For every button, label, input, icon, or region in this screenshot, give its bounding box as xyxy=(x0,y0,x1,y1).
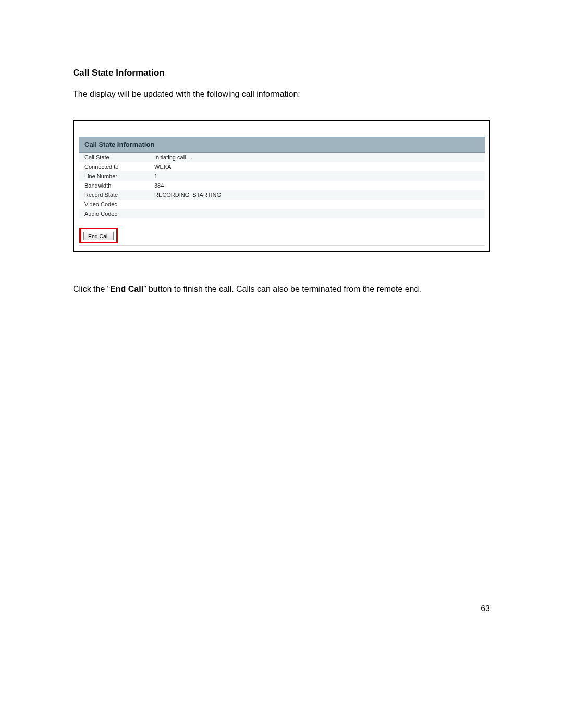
button-row: End Call xyxy=(79,228,485,246)
section-heading: Call State Information xyxy=(73,68,490,78)
row-value: RECORDING_STARTING xyxy=(149,190,485,200)
row-label: Bandwidth xyxy=(79,181,149,190)
screenshot-frame: Call State Information Call State Initia… xyxy=(73,120,490,252)
table-row: Call State Initiating call.... xyxy=(79,153,485,162)
row-label: Audio Codec xyxy=(79,209,149,218)
row-value: Initiating call.... xyxy=(149,153,485,162)
row-value: WEKA xyxy=(149,162,485,171)
highlight-box: End Call xyxy=(79,228,118,243)
page-number: 63 xyxy=(481,604,490,613)
row-value xyxy=(149,209,485,218)
intro-paragraph: The display will be updated with the fol… xyxy=(73,90,490,99)
row-label: Connected to xyxy=(79,162,149,171)
panel-title: Call State Information xyxy=(79,137,485,153)
table-row: Video Codec xyxy=(79,200,485,209)
table-row: Connected to WEKA xyxy=(79,162,485,171)
closing-bold: End Call xyxy=(110,285,143,293)
table-row: Record State RECORDING_STARTING xyxy=(79,190,485,200)
row-value: 1 xyxy=(149,171,485,181)
table-row: Audio Codec xyxy=(79,209,485,218)
end-call-button[interactable]: End Call xyxy=(83,232,114,240)
table-row: Line Number 1 xyxy=(79,171,485,181)
row-label: Record State xyxy=(79,190,149,200)
row-label: Video Codec xyxy=(79,200,149,209)
row-label: Line Number xyxy=(79,171,149,181)
row-value: 384 xyxy=(149,181,485,190)
table-row: Bandwidth 384 xyxy=(79,181,485,190)
closing-paragraph: Click the “End Call” button to finish th… xyxy=(73,285,490,294)
closing-post: ” button to finish the call. Calls can a… xyxy=(143,285,421,293)
closing-pre: Click the “ xyxy=(73,285,110,293)
call-state-table: Call State Initiating call.... Connected… xyxy=(79,153,485,218)
row-label: Call State xyxy=(79,153,149,162)
row-value xyxy=(149,200,485,209)
